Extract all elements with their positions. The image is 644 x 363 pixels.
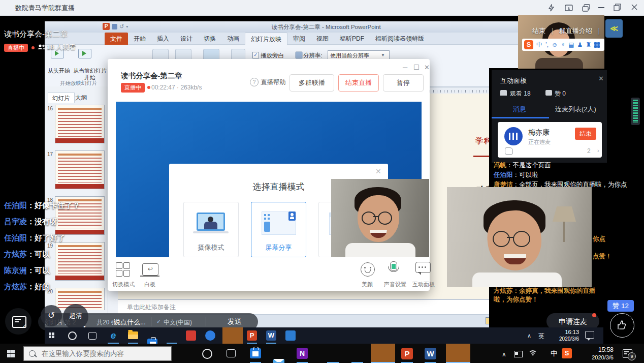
switch-screen-button[interactable]: ↺ xyxy=(41,305,62,326)
mode-camera-label[interactable]: 摄像模式 xyxy=(184,243,238,252)
save-icon[interactable] xyxy=(112,24,117,29)
switch-mode-icon[interactable] xyxy=(116,262,130,277)
ribbon-tab[interactable]: 福昕PDF xyxy=(334,33,370,45)
task-view-icon[interactable] xyxy=(88,332,96,340)
start-button[interactable] xyxy=(7,350,15,357)
taskbar-search[interactable] xyxy=(23,346,172,361)
like-button[interactable] xyxy=(610,313,634,338)
switch-mode-label[interactable]: 切换模式 xyxy=(109,281,138,288)
powerpoint-taskbar-icon[interactable]: P xyxy=(247,330,257,341)
ime-indicator[interactable]: 中 xyxy=(551,349,558,358)
tray-expand-icon[interactable]: ∧ xyxy=(502,351,506,358)
ime-indicator[interactable]: 英 xyxy=(538,332,544,341)
search-input[interactable] xyxy=(41,349,159,358)
end-stream-link[interactable]: 结束 xyxy=(532,27,545,35)
send-button[interactable]: 发送 xyxy=(228,317,242,326)
youdao-icon[interactable] xyxy=(186,330,196,341)
display-icon[interactable] xyxy=(514,351,523,357)
group-live-intro-link[interactable]: 群直播介绍 xyxy=(559,27,592,35)
beauty-icon[interactable] xyxy=(361,262,375,277)
user-icon[interactable]: ♟ xyxy=(577,41,583,48)
inner-clock[interactable]: 16:13 2020/3/6 xyxy=(551,329,579,342)
narration-checkbox[interactable]: ✓ xyxy=(252,52,259,58)
ribbon-tab[interactable]: 切换 xyxy=(198,33,221,45)
ime-mode-icon[interactable]: 中 xyxy=(536,41,542,48)
panel-close-icon[interactable]: ✕ xyxy=(598,75,604,82)
sound-settings-label[interactable]: 声音设置 xyxy=(381,281,409,288)
quality-button[interactable]: 超清▼ xyxy=(63,304,88,329)
ribbon-tab[interactable]: 设计 xyxy=(175,33,198,45)
whiteboard-label[interactable]: 白板 xyxy=(138,281,162,288)
quick-share-icon[interactable] xyxy=(548,4,555,12)
pin-window-icon[interactable] xyxy=(565,4,573,12)
notes-placeholder[interactable]: 单击此处添加备注 xyxy=(127,303,176,312)
powerpoint-taskbar-icon[interactable]: P xyxy=(401,348,413,359)
powerpoint-app-icon[interactable]: P xyxy=(103,23,110,30)
cortana-icon[interactable] xyxy=(202,349,212,359)
onenote-icon[interactable]: N xyxy=(297,348,308,359)
restore-icon[interactable] xyxy=(614,4,621,11)
outer-clock[interactable]: 15:58 2020/3/6 xyxy=(579,346,614,361)
chevron-right-icon[interactable]: › xyxy=(597,147,599,154)
cortana-icon[interactable] xyxy=(68,331,77,340)
word-taskbar-icon[interactable]: W xyxy=(266,330,276,341)
pane-tab-outline[interactable]: 大纲 xyxy=(71,93,91,103)
minimize-icon[interactable] xyxy=(598,7,604,8)
from-current-icon[interactable] xyxy=(78,49,91,58)
toolbox-grid-icon[interactable] xyxy=(594,42,600,48)
slide-thumbnail[interactable]: 16 xyxy=(46,105,107,143)
app-minimize-icon[interactable]: ─ xyxy=(403,64,407,71)
dialog-close-icon[interactable]: ✕ xyxy=(375,168,381,175)
punctuation-icon[interactable]: ’, xyxy=(545,41,549,48)
pause-button[interactable]: 暂停 xyxy=(383,74,424,92)
netdisk-icon[interactable] xyxy=(205,330,215,341)
help-label[interactable]: 直播帮助 xyxy=(261,78,286,87)
ribbon-tab[interactable]: 审阅 xyxy=(287,33,311,45)
action-center-icon[interactable] xyxy=(585,331,594,339)
word-taskbar-icon[interactable]: W xyxy=(425,348,436,359)
file-explorer-icon[interactable] xyxy=(128,331,138,339)
dropdown-caret-icon[interactable]: ▼ xyxy=(381,53,385,57)
slide-thumbnail[interactable]: 17 xyxy=(46,150,107,189)
store-icon[interactable] xyxy=(250,348,261,358)
beauty-label[interactable]: 美颜 xyxy=(356,281,379,288)
tray-expand-icon[interactable]: ∧ xyxy=(527,332,531,339)
mode-camera-card[interactable]: 摄像模式 xyxy=(183,202,239,257)
whiteboard-icon[interactable]: ↩ xyxy=(142,263,158,276)
emoji-icon[interactable]: ☺ xyxy=(552,41,558,48)
task-view-icon[interactable] xyxy=(227,349,236,357)
ribbon-tab[interactable]: 视图 xyxy=(311,33,334,45)
end-mic-button[interactable]: 结束 xyxy=(575,128,596,140)
voice-input-icon[interactable]: ♆ xyxy=(561,41,565,48)
interaction-panel-label[interactable]: 互动面板 xyxy=(409,281,438,288)
ribbon-tab[interactable]: 动画 xyxy=(221,33,245,45)
qat-dropdown-icon[interactable]: ▾ xyxy=(126,24,128,29)
tab-mic-list[interactable]: 连麦列表(2人) xyxy=(555,105,596,114)
ime-skin-badge-icon[interactable]: ≪ xyxy=(605,19,623,38)
notes-toggle-button[interactable]: ✓ xyxy=(5,308,31,335)
edge-icon[interactable]: e xyxy=(108,330,119,341)
ribbon-tab[interactable]: 插入 xyxy=(151,33,175,45)
start-button[interactable] xyxy=(49,332,54,338)
mode-screenshare-card[interactable]: 屏幕分享 xyxy=(251,202,306,257)
end-stream-button[interactable]: 结束直播 xyxy=(338,74,379,92)
app-maximize-icon[interactable]: ☐ xyxy=(413,64,420,71)
sogou-logo-icon[interactable]: S xyxy=(524,40,533,49)
tab-messages[interactable]: 消息 xyxy=(513,105,526,114)
soft-keyboard-icon[interactable]: ▤ xyxy=(568,41,574,48)
mode-screenshare-label[interactable]: 屏幕分享 xyxy=(251,243,306,252)
ribbon-tab[interactable]: 文件 xyxy=(105,33,128,45)
skin-icon[interactable]: ♜ xyxy=(586,41,591,48)
tabs-icon[interactable] xyxy=(582,4,590,12)
pane-tab-slides[interactable]: 幻灯片 xyxy=(48,93,75,103)
wifi-icon[interactable] xyxy=(528,350,536,356)
ribbon-tab[interactable]: 幻灯片放映 xyxy=(245,33,287,45)
interaction-panel-icon[interactable] xyxy=(415,262,431,273)
chat-input[interactable]: 说点什么... xyxy=(114,318,146,327)
narration-label[interactable]: 播放旁白 xyxy=(261,52,291,59)
help-icon[interactable]: ? xyxy=(250,78,259,86)
undo-icon[interactable]: ↺ xyxy=(119,24,124,29)
ribbon-tab[interactable]: 开始 xyxy=(128,33,151,45)
ribbon-tab[interactable]: 福昕阅读器领鲜版 xyxy=(370,33,430,45)
close-icon[interactable] xyxy=(631,4,638,11)
